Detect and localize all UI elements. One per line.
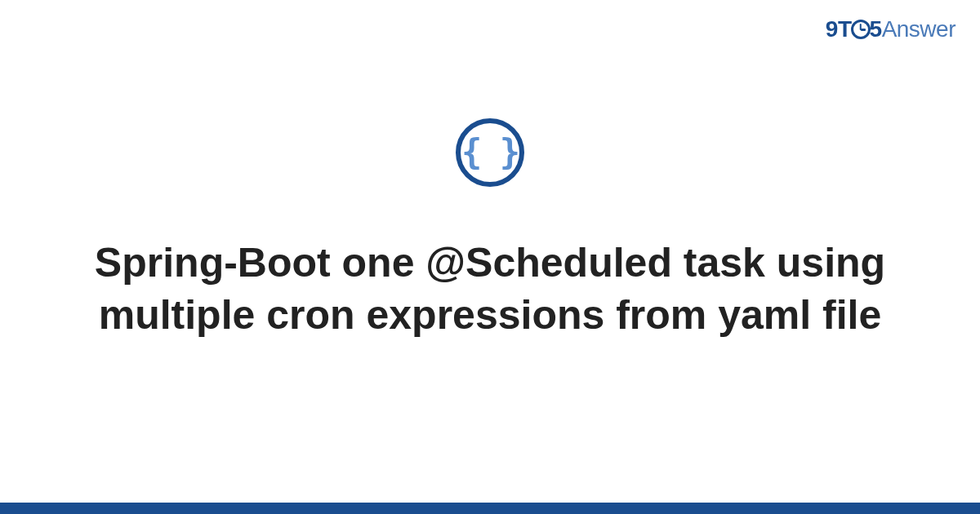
- brand-text-answer: Answer: [882, 16, 956, 42]
- site-brand-logo[interactable]: 9T5Answer: [826, 16, 956, 42]
- page-title: Spring-Boot one @Scheduled task using mu…: [41, 237, 939, 341]
- braces-glyph: { }: [461, 135, 519, 170]
- code-braces-icon: { }: [456, 118, 524, 187]
- clock-icon: [851, 20, 871, 39]
- footer-accent-bar: [0, 503, 980, 514]
- brand-text-9t: 9T: [826, 16, 852, 42]
- brand-text-5: 5: [870, 16, 882, 42]
